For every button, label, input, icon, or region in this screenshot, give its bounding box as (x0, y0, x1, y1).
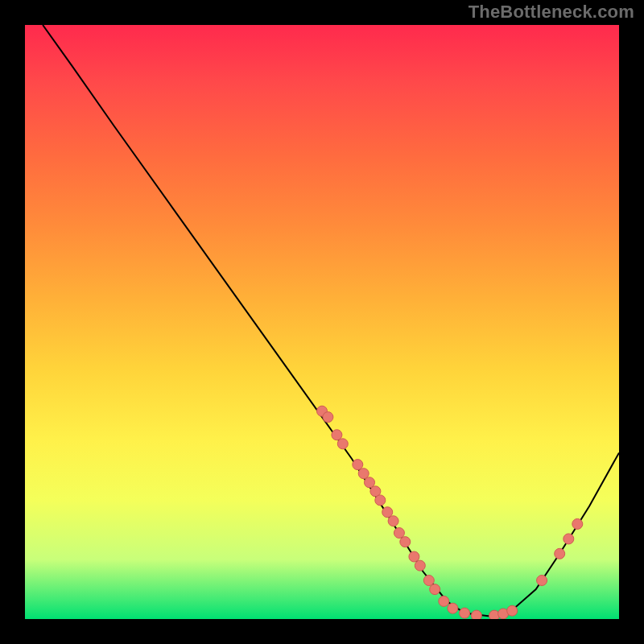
marker-dot (394, 528, 404, 539)
marker-dot (423, 576, 434, 586)
marker-dot (555, 548, 565, 559)
bottleneck-curve-line (43, 25, 619, 616)
marker-dots-group (317, 406, 583, 619)
marker-dot (448, 603, 458, 613)
marker-dot (400, 537, 411, 547)
marker-dot (375, 495, 386, 506)
marker-dot (564, 534, 574, 544)
marker-dot (471, 610, 481, 619)
marker-dot (439, 596, 449, 606)
marker-dot (353, 460, 363, 470)
marker-dot (382, 507, 393, 518)
marker-dot (507, 605, 518, 616)
chart-svg (25, 25, 619, 619)
marker-dot (323, 412, 333, 423)
marker-dot (337, 439, 348, 449)
marker-dot (572, 518, 583, 529)
chart-container: TheBottleneck.com (0, 0, 644, 644)
marker-dot (388, 516, 398, 526)
marker-dot (332, 430, 342, 440)
marker-dot (430, 584, 440, 595)
marker-dot (415, 560, 425, 571)
marker-dot (537, 576, 547, 586)
marker-dot (358, 469, 369, 479)
marker-dot (365, 477, 375, 488)
plot-area (25, 25, 619, 619)
marker-dot (409, 551, 419, 562)
marker-dot (460, 608, 470, 618)
attribution-label: TheBottleneck.com (469, 2, 634, 23)
